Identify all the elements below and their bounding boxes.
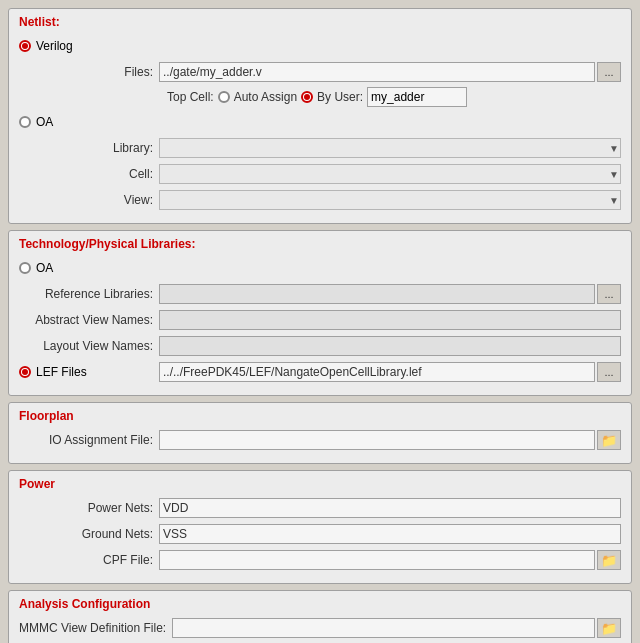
library-row: Library: ▼ xyxy=(19,137,621,159)
cell-row: Cell: ▼ xyxy=(19,163,621,185)
auto-assign-radio[interactable] xyxy=(218,91,230,103)
ref-libraries-row: Reference Libraries: ... xyxy=(19,283,621,305)
view-dropdown-wrapper: ▼ xyxy=(159,190,621,210)
layout-view-row: Layout View Names: xyxy=(19,335,621,357)
cpf-folder-icon: 📁 xyxy=(601,553,617,568)
floorplan-section: Floorplan IO Assignment File: 📁 xyxy=(8,402,632,464)
power-nets-label: Power Nets: xyxy=(19,501,159,515)
dots-icon: ... xyxy=(604,66,613,78)
abstract-view-row: Abstract View Names: xyxy=(19,309,621,331)
tech-oa-radio[interactable] xyxy=(19,262,31,274)
netlist-section: Netlist: Verilog Files: ... Top Cell: Au… xyxy=(8,8,632,224)
main-container: Netlist: Verilog Files: ... Top Cell: Au… xyxy=(0,0,640,643)
ground-nets-label: Ground Nets: xyxy=(19,527,159,541)
power-nets-row: Power Nets: xyxy=(19,497,621,519)
cpf-file-row: CPF File: 📁 xyxy=(19,549,621,571)
analysis-section: Analysis Configuration MMMC View Definit… xyxy=(8,590,632,643)
tech-title: Technology/Physical Libraries: xyxy=(19,237,621,251)
ref-dots-icon: ... xyxy=(604,288,613,300)
cell-dropdown-wrapper: ▼ xyxy=(159,164,621,184)
io-assignment-label: IO Assignment File: xyxy=(19,433,159,447)
mmmc-input[interactable] xyxy=(172,618,595,638)
layout-view-label: Layout View Names: xyxy=(19,339,159,353)
power-title: Power xyxy=(19,477,621,491)
top-cell-row: Top Cell: Auto Assign By User: xyxy=(19,87,621,107)
view-label: View: xyxy=(19,193,159,207)
files-input[interactable] xyxy=(159,62,595,82)
lef-radio[interactable] xyxy=(19,366,31,378)
by-user-radio[interactable] xyxy=(301,91,313,103)
ref-libraries-input[interactable] xyxy=(159,284,595,304)
layout-view-input[interactable] xyxy=(159,336,621,356)
lef-browse-button[interactable]: ... xyxy=(597,362,621,382)
lef-dots-icon: ... xyxy=(604,366,613,378)
oa-label: OA xyxy=(36,115,53,129)
files-label: Files: xyxy=(19,65,159,79)
mmmc-label: MMMC View Definition File: xyxy=(19,621,172,635)
oa-radio[interactable] xyxy=(19,116,31,128)
library-dropdown-wrapper: ▼ xyxy=(159,138,621,158)
by-user-input[interactable] xyxy=(367,87,467,107)
power-nets-input[interactable] xyxy=(159,498,621,518)
mmmc-folder-icon: 📁 xyxy=(601,621,617,636)
io-browse-button[interactable]: 📁 xyxy=(597,430,621,450)
cpf-file-label: CPF File: xyxy=(19,553,159,567)
lef-files-label: LEF Files xyxy=(36,365,87,379)
ground-nets-input[interactable] xyxy=(159,524,621,544)
library-label: Library: xyxy=(19,141,159,155)
mmmc-row: MMMC View Definition File: 📁 xyxy=(19,617,621,639)
cpf-file-input[interactable] xyxy=(159,550,595,570)
lef-files-row: LEF Files ... xyxy=(19,361,621,383)
analysis-title: Analysis Configuration xyxy=(19,597,621,611)
tech-oa-row: OA xyxy=(19,257,621,279)
cell-label: Cell: xyxy=(19,167,159,181)
verilog-radio[interactable] xyxy=(19,40,31,52)
folder-icon: 📁 xyxy=(601,433,617,448)
view-row: View: ▼ xyxy=(19,189,621,211)
ref-libraries-label: Reference Libraries: xyxy=(19,287,159,301)
library-dropdown[interactable] xyxy=(159,138,621,158)
mmmc-browse-button[interactable]: 📁 xyxy=(597,618,621,638)
verilog-label: Verilog xyxy=(36,39,73,53)
netlist-title: Netlist: xyxy=(19,15,621,29)
io-assignment-input[interactable] xyxy=(159,430,595,450)
ref-libraries-browse-button[interactable]: ... xyxy=(597,284,621,304)
verilog-row: Verilog xyxy=(19,35,621,57)
top-cell-label: Top Cell: xyxy=(167,90,214,104)
files-browse-button[interactable]: ... xyxy=(597,62,621,82)
cpf-browse-button[interactable]: 📁 xyxy=(597,550,621,570)
abstract-view-label: Abstract View Names: xyxy=(19,313,159,327)
lef-files-input[interactable] xyxy=(159,362,595,382)
ground-nets-row: Ground Nets: xyxy=(19,523,621,545)
auto-assign-label: Auto Assign xyxy=(234,90,297,104)
tech-section: Technology/Physical Libraries: OA Refere… xyxy=(8,230,632,396)
by-user-label: By User: xyxy=(317,90,363,104)
tech-oa-label: OA xyxy=(36,261,53,275)
io-assignment-row: IO Assignment File: 📁 xyxy=(19,429,621,451)
cell-dropdown[interactable] xyxy=(159,164,621,184)
files-row: Files: ... xyxy=(19,61,621,83)
view-dropdown[interactable] xyxy=(159,190,621,210)
power-section: Power Power Nets: Ground Nets: CPF File:… xyxy=(8,470,632,584)
oa-row: OA xyxy=(19,111,621,133)
abstract-view-input[interactable] xyxy=(159,310,621,330)
floorplan-title: Floorplan xyxy=(19,409,621,423)
